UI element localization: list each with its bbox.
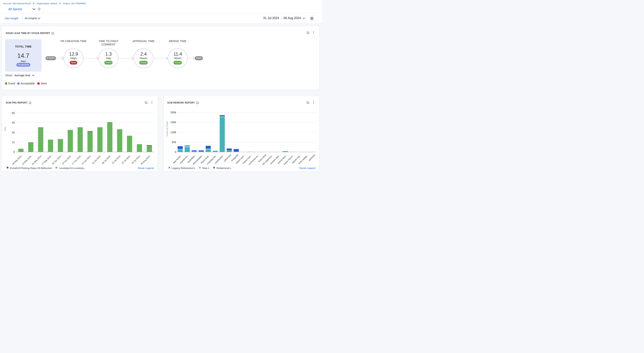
- svg-text:0: 0: [175, 150, 176, 154]
- svg-text:15 Jul 2024…: 15 Jul 2024…: [112, 154, 122, 164]
- svg-text:jatin6407: jatin6407: [308, 154, 316, 162]
- svg-text:ndharness: ndharness: [223, 154, 232, 162]
- svg-text:01 Jul 2024…: 01 Jul 2024…: [92, 154, 102, 164]
- svg-text:260k: 260k: [170, 111, 176, 114]
- svg-text:60: 60: [12, 112, 15, 114]
- svg-text:24 Jun 2024…: 24 Jun 2024…: [81, 154, 93, 165]
- svg-text:0: 0: [13, 150, 15, 154]
- svg-text:195k: 195k: [170, 121, 176, 124]
- svg-text:22 Jul 2024…: 22 Jul 2024…: [121, 154, 132, 164]
- svg-text:65k: 65k: [172, 140, 177, 144]
- svg-text:29 Jul 2024…: 29 Jul 2024…: [131, 154, 142, 164]
- svg-text:PRs: PRs: [4, 126, 7, 131]
- svg-text:Lines of Code: Lines of Code: [166, 121, 168, 136]
- svg-text:130k: 130k: [170, 131, 176, 134]
- svg-text:08 Jul 2024…: 08 Jul 2024…: [101, 154, 112, 164]
- svg-text:30: 30: [12, 131, 15, 134]
- svg-text:15: 15: [12, 140, 15, 144]
- svg-text:45: 45: [12, 121, 15, 124]
- svg-text:05 Aug 2024…: 05 Aug 2024…: [140, 154, 152, 165]
